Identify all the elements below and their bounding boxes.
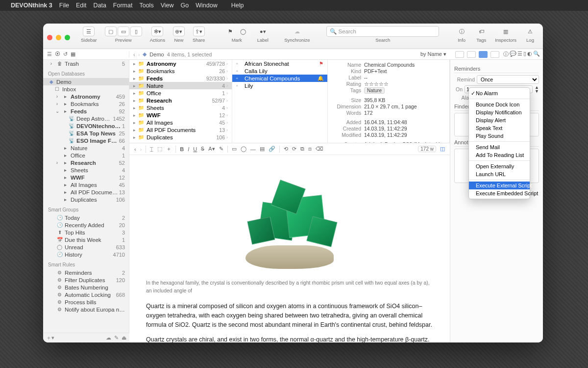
sidebar-item[interactable]: ▸All PDF Documents13	[43, 188, 129, 196]
minimize-button[interactable]	[56, 35, 61, 40]
column-item[interactable]: ▸📁WWF12›	[129, 111, 232, 119]
dropdown-item[interactable]: Send Mail	[469, 143, 530, 151]
nav-back-button[interactable]: ‹	[133, 52, 135, 57]
insp-toc-icon[interactable]: ☰	[517, 51, 522, 58]
menu-data[interactable]: Data	[93, 2, 106, 9]
sidebar-item[interactable]: 📅Due this Week1	[43, 236, 129, 243]
script-icon[interactable]: ✎	[114, 335, 119, 341]
view-tag-icon[interactable]: ⦿	[55, 51, 60, 57]
sort-selector[interactable]: by Name ▾	[420, 51, 446, 57]
menu-go[interactable]: Go	[181, 2, 189, 9]
new-button[interactable]: ⊕▾	[173, 26, 185, 36]
column-item[interactable]: ▫African Stonechat⚑	[232, 60, 327, 67]
zoom-button[interactable]	[65, 35, 70, 40]
cloud-icon[interactable]: ☁	[106, 335, 111, 341]
inspectors-icon[interactable]: ▥	[500, 26, 512, 36]
preview-std-icon[interactable]: ▢	[105, 26, 117, 36]
doc-forward-button[interactable]: ›	[140, 146, 142, 152]
label-button[interactable]: ●▾	[257, 26, 269, 36]
menu-edit[interactable]: Edit	[76, 2, 87, 9]
column-item[interactable]: ▸📁Astronomy459/728›	[129, 60, 232, 67]
dropdown-item[interactable]: Play Sound	[469, 132, 530, 140]
sidebar-item[interactable]: 🕘History4710	[43, 251, 129, 258]
column-item[interactable]: ▫Calla Lily	[232, 67, 327, 75]
column-item[interactable]: ▸📁Office1›	[129, 89, 232, 97]
rotate-l-icon[interactable]: ⟲	[284, 146, 288, 152]
column-item[interactable]: ▫Lily	[232, 82, 327, 89]
sidebar-item[interactable]: ⚙Reminders2	[43, 269, 129, 276]
menu-file[interactable]: File	[59, 2, 69, 9]
sidebar-item[interactable]: ▸Duplicates106	[43, 196, 129, 203]
list-view-icon[interactable]	[467, 51, 476, 58]
remind-select[interactable]: Once	[477, 75, 539, 84]
oval-icon[interactable]: ◯	[241, 146, 246, 152]
sidebar-item[interactable]: ⚙Bates Numbering	[43, 284, 129, 291]
note-icon[interactable]: ▤	[260, 146, 265, 152]
insp-search-icon[interactable]: 🔍	[533, 51, 540, 58]
sidebar-item[interactable]: ▸Sheets4	[43, 166, 129, 174]
flag-icon[interactable]: ⚑	[224, 26, 236, 36]
sidebar-item[interactable]: ▸Nature4	[43, 144, 129, 152]
sidebar-item[interactable]: ⬆Top Hits3	[43, 229, 129, 236]
italic-icon[interactable]: I	[188, 146, 189, 152]
sidebar-item[interactable]: ⚙Process bills	[43, 298, 129, 306]
column-item[interactable]: ▸📁All PDF Documents13›	[129, 126, 232, 133]
dropdown-item[interactable]: Display Alert	[469, 116, 530, 124]
zoom-level[interactable]: 172 w	[418, 146, 436, 152]
select-tool-icon[interactable]: ⬚	[157, 146, 162, 152]
sidebar-item[interactable]: ◯Unread633	[43, 243, 129, 251]
line-icon[interactable]: —	[250, 146, 256, 152]
menu-view[interactable]: View	[161, 2, 174, 9]
preview-off-icon[interactable]: ▯	[130, 26, 142, 36]
dropdown-item[interactable]: Launch URL	[469, 170, 530, 178]
share-button[interactable]: ⇪▾	[193, 26, 205, 36]
grid-view-icon[interactable]	[455, 51, 464, 58]
column-item[interactable]: ▸📁All Images45›	[129, 119, 232, 126]
insp-annotations-icon[interactable]: 💬	[510, 51, 516, 58]
trash-tool-icon[interactable]: ⌫	[316, 146, 323, 152]
crop-icon[interactable]: ⧈	[308, 146, 312, 152]
sidebar-item[interactable]: 🕒Today2	[43, 214, 129, 221]
view-extra2-icon[interactable]: ▦	[71, 51, 75, 57]
sidebar-item[interactable]: 📡DEVONtechnologies |...1	[43, 122, 129, 130]
search-input[interactable]: 🔍 Search	[326, 26, 439, 37]
log-icon[interactable]: ⚠	[524, 26, 536, 36]
sidebar-item[interactable]: ▸WWF12	[43, 174, 129, 181]
column-item[interactable]: ▸📁Nature4›	[129, 82, 232, 89]
font-color-icon[interactable]: A▾	[208, 146, 215, 152]
column-item[interactable]: ▸📁Sheets4›	[129, 104, 232, 111]
highlight-icon[interactable]: ✎	[219, 146, 223, 152]
sidebar-item[interactable]: ›▸Astronomy459	[43, 93, 129, 100]
dropdown-item[interactable]: Execute External Script	[469, 182, 530, 189]
nav-forward-button[interactable]: ›	[138, 52, 140, 57]
actions-button[interactable]: ✻▾	[151, 26, 163, 36]
menu-tools[interactable]: Tools	[139, 2, 153, 9]
dropdown-item[interactable]: Execute Embedded Script	[469, 189, 530, 197]
sidebar-item[interactable]: 🕒Recently Added20	[43, 221, 129, 229]
menu-format[interactable]: Format	[113, 2, 133, 9]
unread-icon[interactable]: ◯	[237, 26, 249, 36]
insp-generic-icon[interactable]: ⓘ	[503, 51, 509, 58]
dropdown-item[interactable]: Speak Text	[469, 124, 530, 132]
sidebar-item[interactable]: 📡Deep Astronomy1452	[43, 115, 129, 122]
strike-icon[interactable]: S̶	[201, 146, 204, 152]
add-button[interactable]: ＋▾	[46, 334, 54, 342]
doc-back-button[interactable]: ‹	[134, 146, 136, 152]
column-view-icon[interactable]	[479, 51, 488, 58]
preview-wide-icon[interactable]: ▭	[118, 26, 129, 36]
close-button[interactable]	[47, 35, 52, 40]
zoom-controls-icon[interactable]: ◫	[440, 146, 445, 152]
app-name[interactable]: DEVONthink 3	[11, 2, 52, 9]
sidebar-item[interactable]: ▸Office1	[43, 152, 129, 159]
sidebar-item[interactable]: ⌄▸Feeds92	[43, 107, 129, 115]
dropdown-item[interactable]: Open Externally	[469, 162, 530, 170]
insp-concordance-icon[interactable]: ◐	[527, 51, 532, 58]
sidebar-item[interactable]: ⚙Filter Duplicates120	[43, 276, 129, 284]
cover-view-icon[interactable]	[490, 51, 499, 58]
sidebar-item[interactable]: 📡ESO Image Feed66	[43, 137, 129, 144]
view-list-icon[interactable]: ☰	[47, 51, 52, 57]
sync-icon[interactable]: ☁	[291, 26, 303, 36]
dropdown-item[interactable]: Bounce Dock Icon	[469, 101, 530, 108]
dropdown-item[interactable]: Add To Reading List	[469, 151, 530, 159]
menu-help[interactable]: Help	[231, 2, 244, 9]
